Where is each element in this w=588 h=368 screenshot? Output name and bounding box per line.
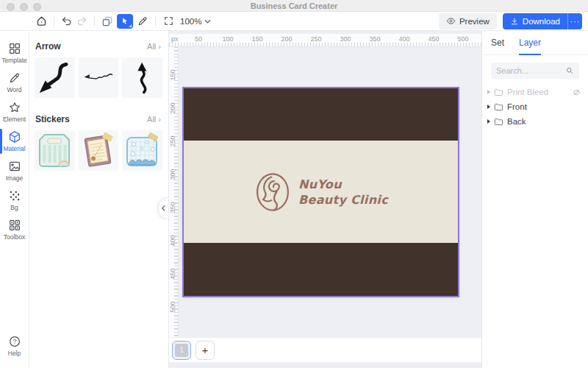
layer-row-back[interactable]: Back — [482, 114, 588, 129]
sidebar-item-toolbox[interactable]: Toolbox — [0, 215, 29, 244]
home-button[interactable] — [34, 14, 49, 29]
layer-row-front[interactable]: Front — [482, 99, 588, 114]
layer-name: Back — [507, 117, 581, 126]
ruler-tick-label: 300 — [340, 35, 351, 43]
app-window: Business Card Creater 100% — [0, 0, 588, 368]
arrow-asset-brush-s[interactable] — [35, 57, 75, 98]
zoom-control[interactable]: 100% — [180, 17, 211, 26]
sidebar-item-word[interactable]: Word — [0, 68, 29, 97]
arrow-asset-squiggle[interactable] — [79, 57, 119, 98]
expand-caret-icon[interactable] — [487, 105, 490, 109]
brush-s-arrow-icon — [37, 61, 71, 95]
layer-name: Front — [507, 102, 581, 111]
sticker-asset-note[interactable] — [79, 130, 119, 171]
brand-line-1: NuYou — [298, 177, 388, 192]
ruler-tick-label: 500 — [457, 35, 468, 43]
search-icon — [565, 66, 574, 75]
panel-collapse-handle[interactable] — [158, 197, 168, 219]
tab-layer[interactable]: Layer — [519, 38, 541, 55]
sidebar-item-template[interactable]: Template — [0, 38, 29, 68]
help-icon: ? — [8, 335, 21, 348]
select-tool-button[interactable] — [117, 14, 133, 29]
sidebar-item-label: Template — [1, 57, 27, 64]
chevron-down-icon — [204, 19, 211, 24]
stickers-see-all-link[interactable]: All › — [147, 115, 161, 124]
more-options-button[interactable]: ··· — [567, 13, 582, 29]
layer-name: Print Bleed — [507, 88, 569, 96]
sidebar: Template Word Element Material Image Bg — [0, 31, 29, 368]
squiggle-arrow-icon — [82, 61, 115, 95]
ruler-tick-label: 300 — [169, 163, 176, 186]
expand-caret-icon[interactable] — [487, 90, 490, 94]
download-button[interactable]: Download — [503, 13, 567, 29]
toolbar-divider — [94, 16, 95, 26]
ruler-tick-label: 150 — [251, 35, 262, 43]
arrow-asset-wavy-up[interactable] — [122, 57, 162, 98]
eye-off-icon[interactable] — [573, 88, 581, 96]
toolbox-grid-icon — [8, 219, 21, 232]
home-icon — [35, 15, 48, 27]
sidebar-item-element[interactable]: Element — [0, 97, 29, 127]
assets-panel: Arrow All › Stickers All › — [29, 31, 169, 368]
folder-icon — [494, 103, 503, 111]
folder-icon — [494, 88, 503, 96]
duplicate-button[interactable] — [100, 14, 115, 29]
arrow-see-all-link[interactable]: All › — [147, 42, 161, 51]
tab-set[interactable]: Set — [491, 38, 504, 54]
redo-button[interactable] — [74, 14, 89, 29]
undo-icon — [61, 15, 73, 27]
expand-icon — [163, 15, 174, 26]
business-card-artboard[interactable]: NuYou Beauty Clinic — [182, 87, 459, 297]
ruler-tick-label: 350 — [169, 196, 176, 219]
card-top-band — [184, 88, 458, 141]
ruler-tick-label: 150 — [169, 63, 176, 87]
card-bottom-band — [184, 243, 458, 296]
vertical-ruler: 150 200 250 300 350 400 450 500 — [169, 47, 179, 350]
preview-label: Preview — [459, 17, 490, 26]
sidebar-item-help[interactable]: ? Help — [0, 331, 29, 361]
sticker-asset-ticket[interactable] — [35, 130, 75, 171]
sidebar-item-image[interactable]: Image — [0, 156, 29, 185]
sidebar-item-bg[interactable]: Bg — [0, 185, 29, 215]
ruler-tick-label: 200 — [169, 96, 176, 120]
arrow-section-title: Arrow — [35, 41, 61, 52]
pen-tool-button[interactable] — [135, 14, 150, 29]
fit-screen-button[interactable] — [161, 14, 176, 29]
stickers-section-title: Stickers — [35, 114, 70, 124]
duplicate-icon — [101, 15, 113, 27]
ruler-tick-label: 400 — [398, 35, 409, 43]
preview-button[interactable]: Preview — [439, 13, 497, 29]
pen-icon — [137, 15, 148, 27]
eye-icon — [446, 16, 456, 26]
wavy-up-arrow-icon — [126, 61, 159, 95]
ticket-sticker-icon — [37, 132, 72, 169]
ruler-tick-label: 500 — [169, 295, 176, 319]
page-thumbnail-1[interactable]: 1 — [172, 341, 191, 360]
layer-row-print-bleed[interactable]: Print Bleed — [482, 85, 588, 99]
ruler-tick-label: 250 — [310, 35, 321, 43]
zoom-level-label: 100% — [180, 17, 201, 26]
canvas-area[interactable]: px 50 100 150 200 250 300 350 400 450 50… — [169, 31, 481, 368]
template-icon — [8, 42, 21, 55]
sidebar-item-material[interactable]: Material — [0, 127, 29, 156]
star-icon — [8, 101, 21, 114]
ellipsis-icon: ··· — [570, 17, 581, 26]
grid-note-sticker-icon — [125, 132, 160, 169]
image-icon — [8, 160, 21, 173]
ruler-tick-label: 400 — [169, 229, 176, 252]
download-label: Download — [523, 17, 560, 26]
layer-search-input[interactable] — [496, 66, 562, 75]
sidebar-item-label: Material — [3, 145, 25, 152]
pages-bar: 1 + — [169, 337, 481, 362]
sticker-tiles — [29, 130, 168, 171]
titlebar: Business Card Creater — [0, 0, 588, 12]
sticker-asset-grid-note[interactable] — [122, 130, 162, 171]
ruler-tick-label: 250 — [169, 130, 176, 153]
add-page-button[interactable]: + — [196, 341, 215, 360]
sidebar-item-label: Help — [8, 350, 21, 357]
panel-tabs: Set Layer — [482, 31, 588, 55]
arrow-tiles — [29, 57, 168, 98]
expand-caret-icon[interactable] — [487, 119, 490, 124]
undo-button[interactable] — [60, 14, 74, 29]
ruler-unit-label: px — [171, 35, 179, 43]
